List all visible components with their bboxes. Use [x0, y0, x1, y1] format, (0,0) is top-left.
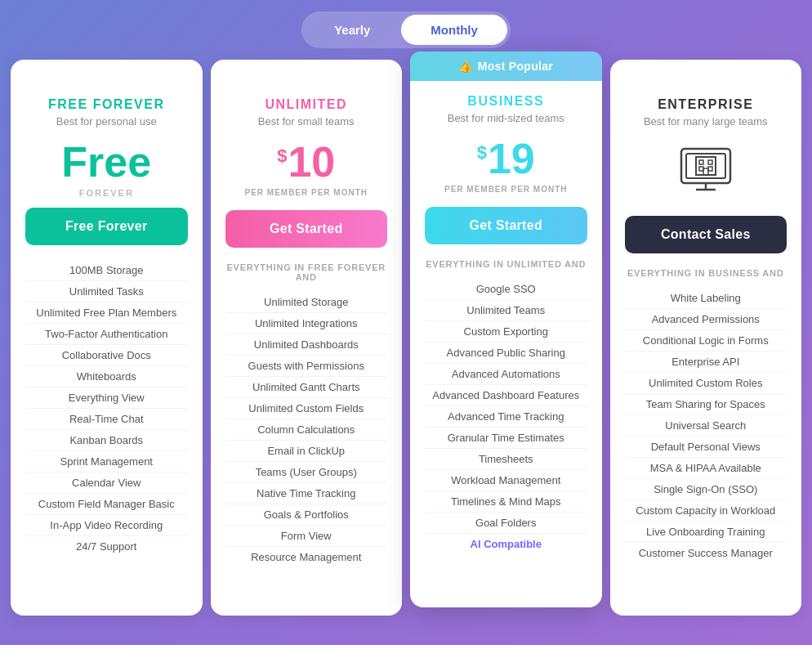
business-price-value: $ 19 [477, 137, 535, 180]
list-item: 100MB Storage [25, 260, 188, 281]
svg-rect-7 [703, 168, 708, 175]
list-item: Column Calculations [225, 419, 388, 441]
list-item-ai[interactable]: AI Compatible [425, 534, 587, 554]
list-item: Resource Management [225, 547, 388, 567]
list-item: Advanced Time Tracking [425, 406, 587, 428]
unlimited-price-value: $ 10 [277, 141, 335, 183]
free-feature-list: 100MB Storage Unlimited Tasks Unlimited … [25, 260, 188, 557]
monthly-toggle-button[interactable]: Monthly [401, 15, 507, 45]
enterprise-plan-tagline: Best for many large teams [625, 115, 787, 128]
free-cta-button[interactable]: Free Forever [25, 208, 188, 245]
list-item: Two-Factor Authentication [25, 324, 188, 345]
free-price-container: Free [25, 141, 188, 183]
svg-rect-3 [699, 160, 703, 164]
unlimited-price-label: PER MEMBER PER MONTH [225, 188, 388, 197]
list-item: Team Sharing for Spaces [625, 394, 787, 415]
free-forever-card: FREE FOREVER Best for personal use Free … [11, 60, 203, 616]
list-item: Advanced Permissions [625, 309, 787, 330]
list-item: Custom Field Manager Basic [25, 494, 188, 515]
list-item: Custom Exporting [425, 321, 587, 343]
business-price-number: 19 [488, 137, 535, 180]
list-item: Unlimited Storage [225, 292, 388, 313]
list-item: Customer Success Manager [625, 543, 787, 563]
enterprise-cta-button[interactable]: Contact Sales [625, 216, 787, 253]
list-item: Teams (User Groups) [225, 462, 388, 483]
list-item: Timesheets [425, 449, 587, 470]
list-item: Calendar View [25, 473, 188, 494]
unlimited-feature-list: Unlimited Storage Unlimited Integrations… [225, 292, 388, 567]
business-price-dollar: $ [477, 144, 487, 162]
list-item: Custom Capacity in Workload [625, 500, 787, 522]
business-plan-name: BUSINESS [425, 94, 587, 109]
unlimited-price-container: $ 10 [225, 141, 388, 183]
list-item: Unlimited Integrations [225, 313, 388, 334]
business-price-label: PER MEMBER PER MONTH [425, 185, 587, 194]
enterprise-building-icon [625, 141, 787, 208]
unlimited-plan-name: UNLIMITED [225, 97, 388, 112]
list-item: Native Time Tracking [225, 483, 388, 504]
billing-toggle: Yearly Monthly [301, 11, 511, 48]
list-item: MSA & HIPAA Available [625, 458, 787, 479]
list-item: White Labeling [625, 288, 787, 309]
unlimited-plan-tagline: Best for small teams [225, 115, 388, 128]
enterprise-feature-list: White Labeling Advanced Permissions Cond… [625, 288, 787, 563]
most-popular-label: Most Popular [478, 60, 553, 73]
unlimited-price-number: 10 [288, 141, 335, 183]
list-item: Live Onboarding Training [625, 522, 787, 543]
list-item: Unlimited Custom Roles [625, 373, 787, 394]
list-item: Collaborative Docs [25, 345, 188, 366]
business-everything-label: EVERYTHING IN UNLIMITED AND [425, 259, 587, 269]
yearly-toggle-button[interactable]: Yearly [305, 15, 399, 45]
list-item: Guests with Permissions [225, 356, 388, 377]
list-item: Unlimited Teams [425, 300, 587, 321]
most-popular-banner: 👍 Most Popular [410, 52, 602, 81]
list-item: Google SSO [425, 279, 587, 300]
list-item: Goals & Portfolios [225, 504, 388, 526]
svg-rect-4 [708, 160, 712, 164]
free-plan-name: FREE FOREVER [25, 97, 188, 112]
list-item: Advanced Dashboard Features [425, 385, 587, 406]
unlimited-cta-button[interactable]: Get Started [225, 210, 388, 248]
free-plan-tagline: Best for personal use [25, 115, 188, 128]
list-item: Unlimited Free Plan Members [25, 302, 188, 324]
unlimited-everything-label: EVERYTHING IN FREE FOREVER AND [225, 262, 388, 282]
list-item: Unlimited Dashboards [225, 334, 388, 356]
list-item: Whiteboards [25, 366, 188, 387]
list-item: Universal Search [625, 415, 787, 437]
free-price-value: Free [25, 141, 188, 183]
unlimited-price-dollar: $ [277, 147, 287, 165]
list-item: Advanced Public Sharing [425, 343, 587, 364]
list-item: Real-Time Chat [25, 409, 188, 430]
business-plan-tagline: Best for mid-sized teams [425, 112, 587, 124]
list-item: Timelines & Mind Maps [425, 491, 587, 513]
list-item: Unlimited Tasks [25, 281, 188, 302]
list-item: 24/7 Support [25, 536, 188, 557]
enterprise-plan-name: ENTERPRISE [625, 97, 787, 112]
pricing-cards-wrapper: FREE FOREVER Best for personal use Free … [0, 60, 812, 616]
list-item: Workload Management [425, 470, 587, 491]
free-price-label: FOREVER [25, 188, 188, 198]
business-card: 👍 Most Popular BUSINESS Best for mid-siz… [410, 52, 602, 607]
list-item: Sprint Management [25, 451, 188, 473]
list-item: Form View [225, 526, 388, 547]
list-item: Granular Time Estimates [425, 428, 587, 449]
list-item: Kanban Boards [25, 430, 188, 451]
enterprise-everything-label: EVERYTHING IN BUSINESS AND [625, 268, 787, 278]
unlimited-card: UNLIMITED Best for small teams $ 10 PER … [211, 60, 403, 616]
business-cta-button[interactable]: Get Started [425, 207, 587, 244]
thumbs-up-icon: 👍 [458, 60, 472, 73]
business-price-container: $ 19 [425, 137, 587, 180]
list-item: Default Personal Views [625, 437, 787, 458]
list-item: Goal Folders [425, 513, 587, 534]
list-item: Unlimited Gantt Charts [225, 377, 388, 398]
list-item: Enterprise API [625, 352, 787, 373]
list-item: Conditional Logic in Forms [625, 330, 787, 352]
list-item: Single Sign-On (SSO) [625, 479, 787, 500]
header-toggle-bar: Yearly Monthly [0, 0, 812, 60]
business-feature-list: Google SSO Unlimited Teams Custom Export… [425, 279, 587, 554]
list-item: Unlimited Custom Fields [225, 398, 388, 419]
list-item: Advanced Automations [425, 364, 587, 385]
list-item: Everything View [25, 387, 188, 409]
enterprise-card: ENTERPRISE Best for many large teams Con… [610, 60, 802, 616]
list-item: In-App Video Recording [25, 515, 188, 536]
